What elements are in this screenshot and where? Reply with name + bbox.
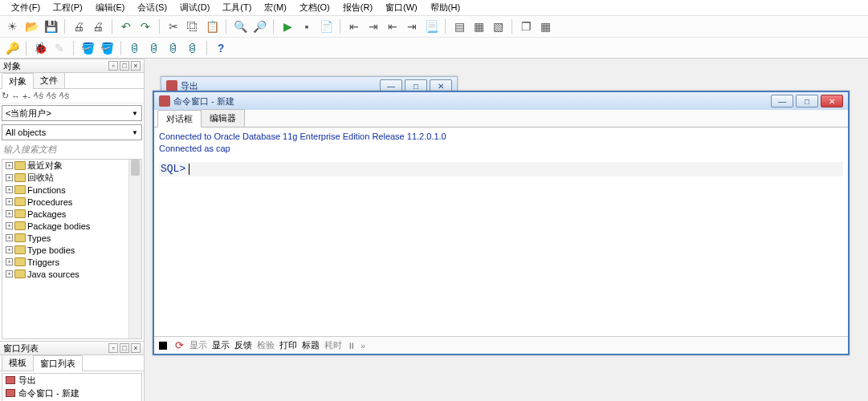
status-item[interactable]: 反馈 — [234, 339, 252, 351]
object-tree[interactable]: +最近对象 +回收站 +Functions +Procedures +Packa… — [2, 159, 142, 339]
expand-icon[interactable]: + — [6, 270, 13, 277]
menu-help[interactable]: 帮助(H) — [424, 0, 467, 15]
tree-tool3-icon[interactable]: ⅍ — [59, 91, 69, 101]
winlist-item[interactable]: 导出 — [2, 374, 141, 387]
expand-icon[interactable]: + — [6, 186, 13, 193]
status-item[interactable]: 耗时 — [324, 339, 342, 351]
status-next-icon[interactable]: » — [361, 341, 365, 350]
tree-item: +Types — [2, 232, 141, 244]
tab-editor[interactable]: 编辑器 — [201, 109, 245, 127]
panel-close-icon[interactable]: × — [131, 61, 141, 71]
expand-icon[interactable]: + — [6, 258, 13, 265]
user-combo[interactable]: <当前用户> ▼ — [2, 105, 142, 121]
explain-icon[interactable]: 📄 — [317, 18, 335, 35]
format-icon[interactable]: 📃 — [422, 18, 440, 35]
expand-icon[interactable]: + — [6, 222, 13, 229]
menu-project[interactable]: 工程(P) — [47, 0, 89, 15]
command-window[interactable]: 命令窗口 - 新建 — □ ✕ 对话框 编辑器 Connected to Ora… — [153, 91, 850, 355]
maximize-button[interactable]: □ — [796, 95, 818, 107]
menu-macro[interactable]: 宏(M) — [258, 0, 293, 15]
paint2-icon[interactable]: 🪣 — [98, 39, 116, 57]
find-next-icon[interactable]: 🔎 — [251, 18, 268, 35]
panel-close-icon[interactable]: × — [131, 343, 141, 353]
window3-icon[interactable]: ▧ — [489, 18, 507, 35]
panel-pin-icon[interactable]: ▫ — [108, 343, 118, 353]
panel-pin-icon[interactable]: ▫ — [108, 61, 118, 71]
print-icon[interactable]: 🖨 — [70, 18, 88, 35]
undo-icon[interactable]: ↶ — [117, 18, 135, 35]
tree-scrollbar[interactable] — [128, 160, 141, 338]
find-icon[interactable]: 🔍 — [231, 18, 249, 35]
tab-dialog[interactable]: 对话框 — [157, 110, 202, 128]
window2-icon[interactable]: ▦ — [470, 18, 487, 35]
tab-objects[interactable]: 对象 — [2, 73, 34, 89]
pencil-icon[interactable]: ✎ — [51, 39, 68, 57]
db2-icon[interactable]: 🛢 — [145, 39, 163, 57]
status-stop-icon[interactable] — [157, 340, 169, 351]
menu-doc[interactable]: 文档(O) — [293, 0, 336, 15]
winlist-item[interactable]: 命令窗口 - 新建 — [2, 387, 141, 399]
debug-icon[interactable]: 🐞 — [31, 39, 49, 57]
tree-tool2-icon[interactable]: ⅍ — [46, 91, 56, 101]
filter-combo[interactable]: All objects ▼ — [2, 124, 142, 140]
paste-icon[interactable]: 📋 — [203, 18, 221, 35]
db1-icon[interactable]: 🛢 — [126, 39, 144, 57]
panel-max-icon[interactable]: □ — [120, 343, 129, 353]
outdent-icon[interactable]: ⇤ — [384, 18, 401, 35]
menu-window[interactable]: 窗口(W) — [379, 0, 424, 15]
tab-files[interactable]: 文件 — [33, 72, 65, 88]
tab-winlist[interactable]: 窗口列表 — [33, 355, 83, 371]
command-output[interactable]: Connected to Oracle Database 11g Enterpr… — [154, 128, 848, 336]
save-icon[interactable]: 💾 — [42, 18, 59, 35]
status-item[interactable]: 显示 — [189, 339, 207, 351]
status-item[interactable]: 显示 — [212, 339, 230, 351]
commit-icon[interactable]: ⇤ — [345, 18, 363, 35]
redo-icon[interactable]: ↷ — [137, 18, 154, 35]
expand-icon[interactable]: + — [6, 162, 13, 169]
db3-icon[interactable]: 🛢 — [165, 39, 182, 57]
expand-icon[interactable]: + — [6, 198, 13, 205]
db4-icon[interactable]: 🛢 — [184, 39, 202, 57]
paint1-icon[interactable]: 🪣 — [79, 39, 96, 57]
status-pause-icon[interactable]: ⏸ — [347, 341, 356, 350]
status-item[interactable]: 标题 — [302, 339, 320, 351]
refresh-icon[interactable]: ↻ — [2, 91, 9, 101]
help-icon[interactable]: ? — [212, 39, 230, 57]
collapse-icon[interactable]: ↔ — [11, 91, 20, 101]
status-item[interactable]: 检验 — [257, 339, 275, 351]
menu-debug[interactable]: 调试(D) — [173, 0, 216, 15]
minimize-button[interactable]: — — [771, 95, 793, 107]
search-placeholder[interactable]: 输入搜索文档 — [0, 142, 144, 157]
expand-icon[interactable]: + — [6, 246, 13, 253]
cascade-icon[interactable]: ❐ — [517, 18, 535, 35]
menu-session[interactable]: 会话(S) — [131, 0, 173, 15]
menu-tools[interactable]: 工具(T) — [216, 0, 258, 15]
close-button[interactable]: ✕ — [821, 95, 843, 107]
window1-icon[interactable]: ▤ — [450, 18, 468, 35]
status-item[interactable]: 打印 — [279, 339, 297, 351]
expand-icon[interactable]: + — [6, 234, 13, 241]
status-record-icon[interactable]: ⟳ — [173, 340, 185, 351]
command-window-title-bar[interactable]: 命令窗口 - 新建 — □ ✕ — [154, 92, 848, 110]
indent-icon[interactable]: ⇥ — [365, 18, 382, 35]
expand-icon[interactable]: +- — [22, 91, 31, 101]
run-icon[interactable]: ▶ — [279, 18, 296, 35]
menu-edit[interactable]: 编辑(E) — [89, 0, 132, 15]
expand-icon[interactable]: + — [6, 174, 13, 181]
menu-file[interactable]: 文件(F) — [5, 0, 47, 15]
key-icon[interactable]: 🔑 — [3, 39, 21, 57]
menu-report[interactable]: 报告(R) — [336, 0, 379, 15]
print-preview-icon[interactable]: 🖨 — [89, 18, 107, 35]
copy-icon[interactable]: ⿻ — [184, 18, 202, 35]
cut-icon[interactable]: ✂ — [165, 18, 182, 35]
new-icon[interactable]: ☀ — [3, 18, 21, 35]
tile-icon[interactable]: ▦ — [536, 18, 554, 35]
indent2-icon[interactable]: ⇥ — [403, 18, 421, 35]
panel-max-icon[interactable]: □ — [120, 61, 129, 71]
tree-tool-icon[interactable]: ⅍ — [33, 91, 43, 101]
stop-icon[interactable]: ▪ — [298, 18, 316, 35]
sql-prompt[interactable]: SQL> — [159, 162, 843, 176]
tab-template[interactable]: 模板 — [2, 354, 34, 371]
expand-icon[interactable]: + — [6, 210, 13, 217]
open-icon[interactable]: 📂 — [22, 18, 40, 35]
